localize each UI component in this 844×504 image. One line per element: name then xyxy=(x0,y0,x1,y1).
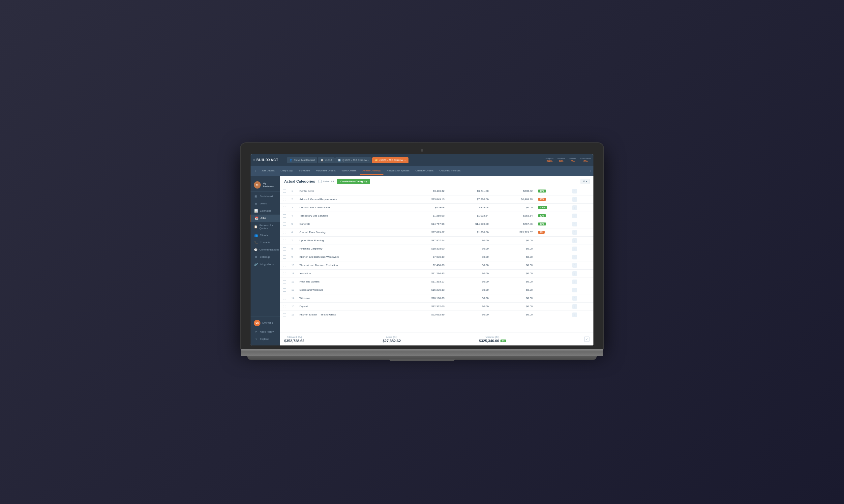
sidebar-item-communications[interactable]: 💬Communications xyxy=(251,246,280,253)
table-row: 8 Finishing Carpentry $18,303.00 $0.00 $… xyxy=(280,245,593,253)
action-icon-5[interactable]: ⋮ xyxy=(572,222,577,227)
sidebar-item-leads[interactable]: ◈Leads xyxy=(251,200,280,207)
row-checkbox-8[interactable] xyxy=(280,245,289,253)
action-icon-13[interactable]: ⋮ xyxy=(572,288,577,292)
row-checkbox-1[interactable] xyxy=(280,187,289,196)
sidebar-item-clients[interactable]: 👥Clients xyxy=(251,232,280,239)
row-action-9[interactable]: ⋮ xyxy=(570,253,593,261)
variance-value: $325,346.00 xyxy=(479,339,499,343)
sidebar-item-contacts[interactable]: 📞Contacts xyxy=(251,239,280,246)
sec-nav-outgoing-invoices[interactable]: Outgoing Invoices xyxy=(437,167,463,175)
row-action-7[interactable]: ⋮ xyxy=(570,236,593,245)
hamburger-icon[interactable]: ≡ xyxy=(253,158,255,162)
screen-bezel: ≡ BUILDXACT 👤Steve MacDonald📋L1014📄Q1020… xyxy=(241,143,603,349)
sec-nav-daily-logs[interactable]: Daily Logs xyxy=(278,167,295,175)
row-action-3[interactable]: ⋮ xyxy=(570,203,593,212)
action-icon-8[interactable]: ⋮ xyxy=(572,247,577,251)
action-icon-3[interactable]: ⋮ xyxy=(572,205,577,210)
row-checkbox-6[interactable] xyxy=(280,228,289,236)
select-all-checkbox[interactable] xyxy=(319,180,322,183)
sidebar-item-explore[interactable]: ℹ Explore xyxy=(251,336,280,343)
action-icon-16[interactable]: ⋮ xyxy=(572,312,577,317)
row-actual-3: $459.08 xyxy=(447,203,491,212)
action-icon-10[interactable]: ⋮ xyxy=(572,263,577,268)
action-icon-6[interactable]: ⋮ xyxy=(572,230,577,235)
action-icon-4[interactable]: ⋮ xyxy=(572,214,577,218)
row-checkbox-10[interactable] xyxy=(280,261,289,269)
row-checkbox-3[interactable] xyxy=(280,203,289,212)
action-icon-2[interactable]: ⋮ xyxy=(572,197,577,202)
table-row: 14 Windows $10,160.00 $0.00 $0.00 ⋮ xyxy=(280,294,593,302)
table-row: 16 Kitchen & Bath - Tile and Glass $22,0… xyxy=(280,310,593,319)
sec-nav-schedule[interactable]: Schedule xyxy=(296,167,312,175)
back-button[interactable]: ‹ xyxy=(253,169,258,173)
row-checkbox-15[interactable] xyxy=(280,302,289,310)
action-icon-14[interactable]: ⋮ xyxy=(572,296,577,301)
row-checkbox-5[interactable] xyxy=(280,220,289,228)
action-icon-9[interactable]: ⋮ xyxy=(572,255,577,259)
sidebar-item-jobs[interactable]: 📅Jobs xyxy=(251,215,280,222)
sec-nav-work-orders[interactable]: Work Orders xyxy=(339,167,359,175)
row-action-15[interactable]: ⋮ xyxy=(570,302,593,310)
row-action-11[interactable]: ⋮ xyxy=(570,269,593,277)
sec-nav-change-orders[interactable]: Change Orders xyxy=(413,167,436,175)
row-action-8[interactable]: ⋮ xyxy=(570,245,593,253)
sidebar-item-dashboard[interactable]: ⊞Dashboard xyxy=(251,193,280,200)
row-checkbox-9[interactable] xyxy=(280,253,289,261)
sidebar-item-catalogs[interactable]: ⚙Catalogs xyxy=(251,253,280,261)
secondary-nav: ‹ Job DetailsDaily LogsSchedulePurchase … xyxy=(251,166,593,176)
nav-tab-q1020[interactable]: 📄Q1020 - 698 Cardew... xyxy=(335,157,372,163)
row-checkbox-16[interactable] xyxy=(280,310,289,319)
row-action-13[interactable]: ⋮ xyxy=(570,286,593,294)
row-estimated-7: $37,857.54 xyxy=(403,236,447,245)
row-checkbox-12[interactable] xyxy=(280,277,289,286)
sidebar-label-leads: Leads xyxy=(260,202,267,205)
sidebar-item-profile[interactable]: CC My Profile xyxy=(251,318,280,328)
row-action-12[interactable]: ⋮ xyxy=(570,277,593,286)
action-icon-11[interactable]: ⋮ xyxy=(572,271,577,276)
row-action-5[interactable]: ⋮ xyxy=(570,220,593,228)
action-icon-15[interactable]: ⋮ xyxy=(572,304,577,309)
sidebar-item-integrations[interactable]: 🔗Integrations xyxy=(251,261,280,268)
create-category-button[interactable]: Create New Category xyxy=(337,179,370,184)
sec-nav-actual-costings[interactable]: Actual Costings xyxy=(360,167,383,175)
expand-icon[interactable]: ⤢ xyxy=(584,337,590,342)
row-checkbox-14[interactable] xyxy=(280,294,289,302)
action-icon-7[interactable]: ⋮ xyxy=(572,238,577,243)
row-action-16[interactable]: ⋮ xyxy=(570,310,593,319)
nav-tabs: 👤Steve MacDonald📋L1014📄Q1020 - 698 Carde… xyxy=(287,157,546,163)
row-checkbox-11[interactable] xyxy=(280,269,289,277)
sec-nav-job-details[interactable]: Job Details xyxy=(259,167,277,175)
row-action-4[interactable]: ⋮ xyxy=(570,212,593,220)
variance-label: Variance (Ex) xyxy=(486,336,500,338)
nav-tab-user[interactable]: 👤Steve MacDonald xyxy=(287,157,317,163)
nav-tab-icon-j1020: 📁 xyxy=(375,159,378,162)
row-action-2[interactable]: ⋮ xyxy=(570,195,593,203)
row-progress-10 xyxy=(535,261,570,269)
row-progress-16 xyxy=(535,310,570,319)
row-action-10[interactable]: ⋮ xyxy=(570,261,593,269)
action-icon-1[interactable]: ⋮ xyxy=(572,189,577,194)
sec-nav-request-for-quotes[interactable]: Request for Quotes xyxy=(384,167,412,175)
sec-nav-purchase-orders[interactable]: Purchase Orders xyxy=(313,167,338,175)
sidebar-item-rfq[interactable]: 📋Request for Quotes xyxy=(251,222,280,232)
row-checkbox-7[interactable] xyxy=(280,236,289,245)
nav-tab-j1020[interactable]: 📁J1020 - 698 Cardew ... xyxy=(372,157,409,163)
select-all-control[interactable]: Select All xyxy=(319,180,334,183)
action-icon-12[interactable]: ⋮ xyxy=(572,280,577,284)
row-checkbox-4[interactable] xyxy=(280,212,289,220)
row-checkbox-13[interactable] xyxy=(280,286,289,294)
nav-tab-l1014[interactable]: 📋L1014 xyxy=(318,157,335,163)
row-num-14: 14 xyxy=(289,294,297,302)
row-action-1[interactable]: ⋮ xyxy=(570,187,593,196)
row-checkbox-2[interactable] xyxy=(280,195,289,203)
table-container[interactable]: 1 Rental Items $3,476.32 $3,241.00 $235.… xyxy=(280,187,593,332)
row-variance-4: $252.54 xyxy=(491,212,535,220)
row-action-14[interactable]: ⋮ xyxy=(570,294,593,302)
sec-nav-expand[interactable]: › xyxy=(590,169,591,173)
table-row: 4 Temporary Site Services $1,255.08 $1,0… xyxy=(280,212,593,220)
settings-button[interactable]: ⚙ ▾ xyxy=(580,179,590,184)
sidebar-item-help[interactable]: ? Need Help? xyxy=(251,328,280,336)
row-action-6[interactable]: ⋮ xyxy=(570,228,593,236)
sidebar-item-estimates[interactable]: 📊Estimates xyxy=(251,207,280,215)
